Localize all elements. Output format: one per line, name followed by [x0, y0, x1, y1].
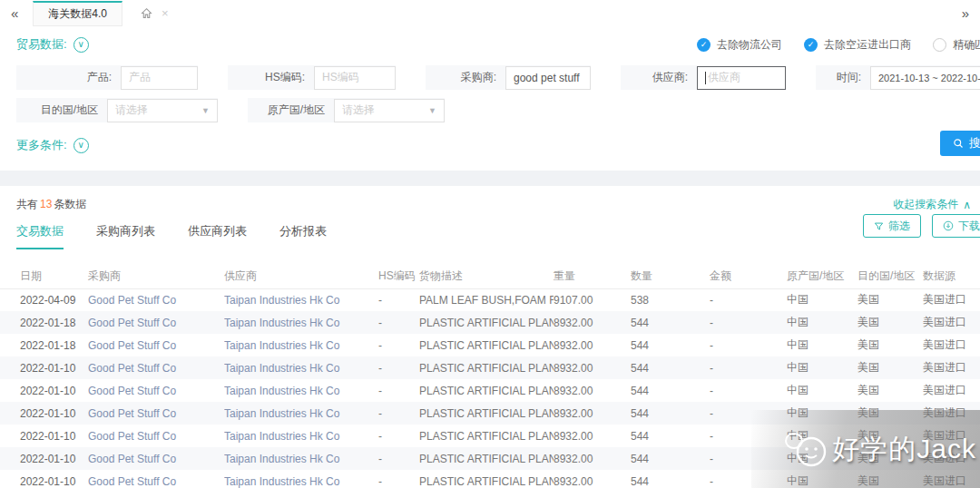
- cell-description: PLASTIC ARTIFICIAL PLANT,PAL...: [419, 334, 554, 356]
- table-row: 2022-01-10Good Pet Stuff CoTaipan Indust…: [0, 470, 980, 488]
- product-input[interactable]: 产品: [121, 66, 198, 90]
- cell-data-source: 美国进口: [923, 447, 980, 470]
- cell-supplier[interactable]: Taipan Industries Hk Co: [224, 425, 378, 447]
- cell-buyer[interactable]: Good Pet Stuff Co: [88, 425, 224, 447]
- checkbox-unchecked-icon[interactable]: [933, 38, 946, 52]
- chevron-down-icon[interactable]: ∨: [74, 138, 89, 153]
- cell-buyer[interactable]: Good Pet Stuff Co: [88, 334, 224, 356]
- cell-hs-code: -: [378, 288, 419, 311]
- cell-data-source: 美国进口: [923, 470, 980, 488]
- cell-supplier[interactable]: Taipan Industries Hk Co: [224, 334, 378, 356]
- cell-amount: -: [710, 288, 787, 311]
- tab-transaction-data[interactable]: 交易数据: [16, 223, 64, 249]
- results-tabs: 交易数据 采购商列表 供应商列表 分析报表 筛选 下载: [0, 212, 980, 249]
- cell-buyer[interactable]: Good Pet Stuff Co: [88, 288, 224, 311]
- hs-code-input[interactable]: HS编码: [314, 66, 396, 90]
- cell-supplier[interactable]: Taipan Industries Hk Co: [224, 379, 378, 402]
- table-row: 2022-01-10Good Pet Stuff CoTaipan Indust…: [0, 379, 980, 402]
- origin-country-field: 原产国/地区 请选择 ▼: [248, 98, 445, 122]
- cell-supplier[interactable]: Taipan Industries Hk Co: [224, 402, 378, 425]
- results-panel: 共有13条数据 收起搜索条件 ∧ 交易数据 采购商列表 供应商列表 分析报表 筛…: [0, 186, 980, 488]
- time-field: 时间: 2021-10-13 ~ 2022-10-12: [816, 65, 980, 90]
- trade-data-section-label[interactable]: 贸易数据: ∨: [16, 36, 89, 53]
- cell-date: 2022-01-10: [0, 447, 88, 470]
- time-label: 时间:: [816, 70, 870, 85]
- cell-buyer[interactable]: Good Pet Stuff Co: [88, 379, 224, 402]
- cell-hs-code: -: [378, 470, 419, 488]
- funnel-icon: [874, 221, 884, 231]
- cell-quantity: 544: [631, 379, 710, 402]
- toggle-label: 精确匹配: [953, 37, 980, 53]
- tab-supplier-list[interactable]: 供应商列表: [188, 223, 247, 249]
- more-conditions-label: 更多条件:: [16, 137, 67, 153]
- checkbox-checked-icon[interactable]: ✓: [804, 38, 818, 52]
- count-suffix: 条数据: [54, 198, 86, 210]
- cell-quantity: 544: [631, 334, 710, 356]
- cell-buyer[interactable]: Good Pet Stuff Co: [88, 311, 224, 334]
- tab-buyer-list[interactable]: 采购商列表: [96, 223, 155, 249]
- cell-buyer[interactable]: Good Pet Stuff Co: [88, 402, 224, 425]
- cell-supplier[interactable]: Taipan Industries Hk Co: [224, 447, 378, 470]
- cell-weight: 8932.00: [554, 356, 631, 379]
- col-header-supplier: 供应商: [224, 264, 378, 288]
- toggle-exclude-air-traders[interactable]: ✓ 去除空运进出口商: [804, 37, 911, 53]
- cell-data-source: 美国进口: [923, 356, 980, 379]
- collapse-search-link[interactable]: 收起搜索条件 ∧: [893, 197, 971, 212]
- tab-customs-data[interactable]: 海关数据4.0: [33, 1, 122, 26]
- time-range-input[interactable]: 2021-10-13 ~ 2022-10-12: [870, 66, 980, 90]
- filter-button[interactable]: 筛选: [863, 214, 921, 238]
- checkbox-checked-icon[interactable]: ✓: [697, 38, 710, 52]
- close-icon[interactable]: ×: [162, 6, 169, 20]
- hs-code-label: HS编码:: [228, 70, 314, 85]
- table-row: 2022-01-18Good Pet Stuff CoTaipan Indust…: [0, 311, 980, 334]
- cell-quantity: 544: [631, 470, 710, 488]
- buyer-field: 采购商: good pet stuff: [426, 65, 591, 90]
- origin-country-label: 原产国/地区: [248, 102, 334, 118]
- home-icon[interactable]: [141, 7, 152, 19]
- result-count: 共有13条数据: [16, 197, 86, 212]
- cell-date: 2022-01-10: [0, 425, 88, 447]
- cell-weight: 8932.00: [554, 334, 631, 356]
- cell-description: PLASTIC ARTIFICIAL PLANT,PAL...: [419, 311, 554, 334]
- cell-dest-country: 美国: [858, 379, 923, 402]
- col-header-buyer: 采购商: [88, 264, 224, 288]
- cell-supplier[interactable]: Taipan Industries Hk Co: [224, 470, 378, 488]
- search-button[interactable]: 搜索: [940, 131, 980, 156]
- cell-origin-country: 中国: [787, 379, 858, 402]
- cell-hs-code: -: [378, 447, 419, 470]
- search-button-label: 搜索: [969, 135, 980, 151]
- supplier-input[interactable]: 供应商: [697, 66, 786, 90]
- tab-analysis-report[interactable]: 分析报表: [279, 223, 327, 249]
- cell-supplier[interactable]: Taipan Industries Hk Co: [224, 288, 378, 311]
- more-conditions-toggle[interactable]: 更多条件: ∨: [16, 137, 89, 153]
- cell-buyer[interactable]: Good Pet Stuff Co: [88, 356, 224, 379]
- download-button[interactable]: 下载: [932, 214, 980, 238]
- expand-right-icon[interactable]: »: [962, 6, 969, 20]
- origin-country-select[interactable]: 请选择 ▼: [334, 99, 445, 122]
- table-row: 2022-01-10Good Pet Stuff CoTaipan Indust…: [0, 447, 980, 470]
- filter-panel: 贸易数据: ∨ ✓ 去除物流公司 ✓ 去除空运进出口商 精确匹配 产品: 产品 …: [0, 26, 980, 171]
- search-icon: [953, 138, 964, 149]
- table-row: 2022-01-10Good Pet Stuff CoTaipan Indust…: [0, 402, 980, 425]
- cell-supplier[interactable]: Taipan Industries Hk Co: [224, 311, 378, 334]
- dest-country-select[interactable]: 请选择 ▼: [107, 99, 218, 122]
- collapse-left-icon[interactable]: «: [11, 6, 18, 20]
- cell-quantity: 544: [631, 402, 710, 425]
- cell-data-source: 美国进口: [923, 334, 980, 356]
- col-header-origin-country: 原产国/地区: [787, 264, 858, 288]
- data-table-body: 2022-04-09Good Pet Stuff CoTaipan Indust…: [0, 288, 980, 488]
- cell-date: 2022-04-09: [0, 288, 88, 311]
- cell-dest-country: 美国: [858, 447, 923, 470]
- cell-date: 2022-01-10: [0, 379, 88, 402]
- cell-buyer[interactable]: Good Pet Stuff Co: [88, 447, 224, 470]
- table-row: 2022-01-10Good Pet Stuff CoTaipan Indust…: [0, 425, 980, 447]
- cell-amount: -: [710, 447, 787, 470]
- cell-supplier[interactable]: Taipan Industries Hk Co: [224, 356, 378, 379]
- filter-toggles: ✓ 去除物流公司 ✓ 去除空运进出口商 精确匹配: [697, 37, 980, 53]
- cell-buyer[interactable]: Good Pet Stuff Co: [88, 470, 224, 488]
- buyer-input[interactable]: good pet stuff: [505, 66, 591, 90]
- toggle-exclude-logistics[interactable]: ✓ 去除物流公司: [697, 37, 782, 53]
- cell-description: PLASTIC ARTIFICIAL PLANT,PAL...: [419, 470, 554, 488]
- toggle-exact-match[interactable]: 精确匹配: [933, 37, 980, 53]
- chevron-down-icon[interactable]: ∨: [74, 37, 89, 53]
